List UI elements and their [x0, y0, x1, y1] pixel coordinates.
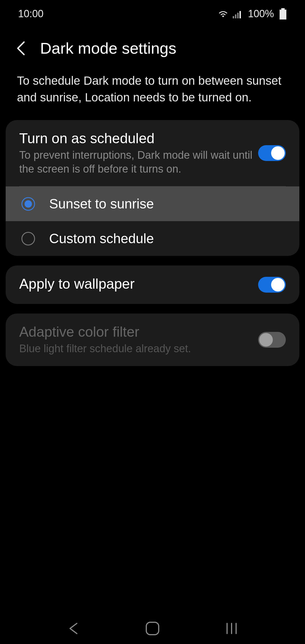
status-right: 100%: [217, 8, 287, 20]
signal-icon: [233, 9, 243, 18]
wifi-icon: [217, 9, 229, 18]
adaptive-content: Adaptive color filter Blue light filter …: [19, 324, 258, 356]
adaptive-title: Adaptive color filter: [19, 324, 258, 340]
radio-custom-schedule[interactable]: Custom schedule: [6, 221, 299, 256]
nav-recents-button[interactable]: [223, 620, 240, 637]
adaptive-subtitle: Blue light filter schedule already set.: [19, 342, 258, 356]
radio-inner: [25, 200, 32, 208]
nav-back-button[interactable]: [65, 620, 82, 637]
wallpaper-card: Apply to wallpaper: [6, 266, 299, 304]
svg-rect-3: [239, 11, 241, 18]
radio-circle-unselected: [21, 232, 35, 245]
status-time: 10:00: [18, 8, 43, 20]
svg-rect-2: [237, 13, 239, 18]
nav-home-button[interactable]: [144, 620, 161, 637]
adaptive-toggle-row: Adaptive color filter Blue light filter …: [6, 314, 299, 366]
toggle-knob: [271, 278, 285, 291]
nav-recents-icon: [225, 622, 238, 635]
wallpaper-content: Apply to wallpaper: [19, 276, 258, 294]
schedule-subtitle: To prevent interruptions, Dark mode will…: [19, 148, 258, 176]
radio-label-sunset: Sunset to sunrise: [49, 196, 154, 212]
svg-rect-0: [233, 16, 234, 18]
battery-icon: [279, 8, 287, 19]
svg-rect-1: [235, 14, 236, 18]
header: Dark mode settings: [0, 28, 305, 67]
schedule-content: Turn on as scheduled To prevent interrup…: [19, 130, 258, 176]
nav-bar: [0, 613, 305, 644]
schedule-toggle-row[interactable]: Turn on as scheduled To prevent interrup…: [6, 120, 299, 186]
radio-sunset-sunrise[interactable]: Sunset to sunrise: [6, 186, 299, 221]
svg-rect-4: [281, 8, 285, 10]
toggle-knob: [259, 333, 273, 347]
schedule-title: Turn on as scheduled: [19, 130, 258, 147]
status-icons: [217, 9, 243, 18]
svg-rect-5: [280, 10, 286, 19]
nav-home-icon: [145, 621, 160, 636]
schedule-toggle[interactable]: [258, 145, 286, 161]
page-title: Dark mode settings: [40, 39, 176, 57]
radio-label-custom: Custom schedule: [49, 231, 154, 246]
toggle-knob: [271, 146, 285, 160]
radio-circle-selected: [21, 197, 35, 211]
back-button[interactable]: [14, 41, 28, 55]
wallpaper-toggle[interactable]: [258, 277, 286, 293]
schedule-card: Turn on as scheduled To prevent interrup…: [6, 120, 299, 256]
svg-rect-6: [146, 622, 159, 635]
nav-back-icon: [68, 622, 79, 635]
status-battery-text: 100%: [248, 8, 274, 20]
adaptive-toggle: [258, 332, 286, 348]
adaptive-card: Adaptive color filter Blue light filter …: [6, 314, 299, 366]
info-text: To schedule Dark mode to turn on between…: [0, 67, 305, 120]
wallpaper-toggle-row[interactable]: Apply to wallpaper: [6, 266, 299, 304]
wallpaper-title: Apply to wallpaper: [19, 276, 258, 292]
status-bar: 10:00 100%: [0, 0, 305, 28]
back-icon: [16, 41, 25, 56]
